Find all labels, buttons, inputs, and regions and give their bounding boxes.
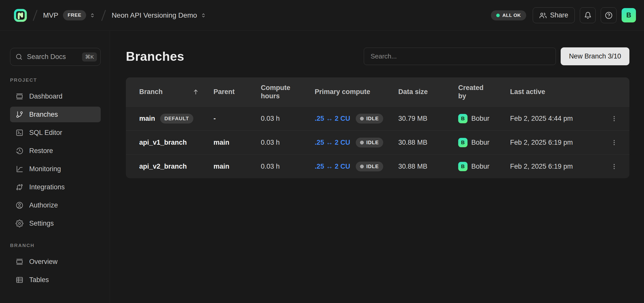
status-ok-dot-icon <box>496 14 500 17</box>
kebab-menu-icon <box>611 163 618 170</box>
column-header-data-size[interactable]: Data size <box>398 88 458 96</box>
column-header-last-active[interactable]: Last active <box>510 88 608 96</box>
idle-dot-icon <box>360 141 364 144</box>
share-button[interactable]: Share <box>533 7 575 23</box>
compute-size-link[interactable]: .25 ↔ 2 CU <box>315 115 350 123</box>
column-header-primary-compute[interactable]: Primary compute <box>315 88 398 96</box>
sidebar-item-restore[interactable]: Restore <box>10 143 101 159</box>
user-avatar[interactable]: B <box>622 8 636 22</box>
compute-size-link[interactable]: .25 ↔ 2 CU <box>315 163 350 170</box>
section-label-branch: BRANCH <box>10 243 101 248</box>
notifications-button[interactable] <box>580 7 596 23</box>
sidebar-item-integrations[interactable]: Integrations <box>10 179 101 195</box>
parent-cell: - <box>213 115 261 123</box>
table-header-row: Branch Parent Compute hours Primary comp… <box>126 77 629 106</box>
column-header-branch[interactable]: Branch <box>139 88 213 96</box>
share-label: Share <box>550 11 568 19</box>
compute-state-label: IDLE <box>366 140 379 145</box>
row-menu-button[interactable] <box>608 111 620 126</box>
branch-search-input[interactable] <box>364 48 556 65</box>
sidebar-item-label: SQL Editor <box>29 129 62 137</box>
row-menu-button[interactable] <box>608 159 620 174</box>
new-branch-button[interactable]: New Branch 3/10 <box>561 47 629 65</box>
data-size-cell: 30.88 MB <box>398 139 458 146</box>
branch-name: api_v1_branch <box>139 139 187 146</box>
creator-name: Bobur <box>471 115 489 123</box>
column-header-parent[interactable]: Parent <box>213 88 261 96</box>
data-size-cell: 30.79 MB <box>398 115 458 123</box>
column-header-compute-hours[interactable]: Compute hours <box>261 84 315 100</box>
branches-table: Branch Parent Compute hours Primary comp… <box>126 77 629 178</box>
sidebar-item-monitoring[interactable]: Monitoring <box>10 161 101 177</box>
table-icon <box>16 276 23 284</box>
sidebar-item-sql-editor[interactable]: SQL Editor <box>10 125 101 140</box>
neon-logo-icon[interactable] <box>14 9 27 22</box>
chart-icon <box>16 165 23 173</box>
creator-avatar: B <box>458 138 468 147</box>
sidebar-item-branches[interactable]: Branches <box>10 107 101 122</box>
compute-hours-cell: 0.03 h <box>261 163 315 170</box>
sidebar-item-tables[interactable]: Tables <box>10 272 101 288</box>
creator-avatar: B <box>458 162 468 171</box>
section-label-project: PROJECT <box>10 77 101 83</box>
row-menu-button[interactable] <box>608 135 620 150</box>
breadcrumb-separator <box>33 10 38 21</box>
project-name: Neon API Versioning Demo <box>112 11 197 19</box>
compute-state-label: IDLE <box>366 164 379 169</box>
branch-name: main <box>139 115 155 123</box>
org-name: MVP <box>43 11 58 19</box>
search-docs-input[interactable]: Search Docs ⌘K <box>10 48 101 66</box>
table-row[interactable]: main DEFAULT - 0.03 h .25 ↔ 2 CU IDLE 30… <box>126 106 629 130</box>
keyboard-shortcut-badge: ⌘K <box>82 52 97 62</box>
sidebar-item-label: Authorize <box>29 201 58 209</box>
window-icon <box>16 258 23 266</box>
sidebar-item-authorize[interactable]: Authorize <box>10 197 101 213</box>
header-actions: ALL OK Share <box>491 7 636 23</box>
column-header-created-by[interactable]: Created by <box>458 84 510 100</box>
sidebar-item-settings[interactable]: Settings <box>10 216 101 231</box>
sidebar-item-label: Overview <box>29 258 58 266</box>
chevron-up-down-icon[interactable] <box>89 12 96 19</box>
sidebar-item-label: Monitoring <box>29 165 61 173</box>
breadcrumb-separator <box>101 10 106 21</box>
page-toolbar: Branches New Branch 3/10 <box>126 47 629 66</box>
creator-name: Bobur <box>471 139 489 146</box>
idle-dot-icon <box>360 117 364 120</box>
help-circle-icon <box>605 12 613 19</box>
main-content: Branches New Branch 3/10 Branch Parent C… <box>110 31 644 303</box>
sidebar-item-label: Branches <box>29 111 58 118</box>
users-icon <box>539 12 547 19</box>
compute-hours-cell: 0.03 h <box>261 139 315 146</box>
compute-state-badge: IDLE <box>356 114 383 124</box>
last-active-cell: Feb 2, 2025 4:44 pm <box>510 115 608 123</box>
default-badge: DEFAULT <box>160 114 193 124</box>
compute-state-label: IDLE <box>366 116 379 122</box>
plan-badge: FREE <box>63 10 86 20</box>
table-row[interactable]: api_v2_branch main 0.03 h .25 ↔ 2 CU IDL… <box>126 154 629 178</box>
branch-cell: main DEFAULT <box>139 114 213 124</box>
compute-hours-cell: 0.03 h <box>261 115 315 123</box>
last-active-cell: Feb 2, 2025 6:19 pm <box>510 163 608 170</box>
compute-state-badge: IDLE <box>356 162 383 171</box>
created-by-cell: B Bobur <box>458 162 510 171</box>
status-badge[interactable]: ALL OK <box>491 10 526 20</box>
git-compare-icon <box>16 183 23 191</box>
breadcrumb-org[interactable]: MVP FREE <box>43 10 96 20</box>
sidebar: Search Docs ⌘K PROJECT Dashboard Branche… <box>0 31 110 303</box>
table-row[interactable]: api_v1_branch main 0.03 h .25 ↔ 2 CU IDL… <box>126 130 629 154</box>
search-docs-placeholder: Search Docs <box>27 53 78 61</box>
help-button[interactable] <box>601 7 617 23</box>
sort-ascending-icon[interactable] <box>192 88 199 95</box>
last-active-cell: Feb 2, 2025 6:19 pm <box>510 139 608 146</box>
sidebar-item-dashboard[interactable]: Dashboard <box>10 88 101 104</box>
sidebar-item-label: Restore <box>29 147 53 155</box>
terminal-icon <box>16 129 23 137</box>
chevron-up-down-icon[interactable] <box>200 12 207 19</box>
breadcrumb-project[interactable]: Neon API Versioning Demo <box>112 11 206 19</box>
branch-cell: api_v2_branch <box>139 163 213 170</box>
sidebar-item-overview[interactable]: Overview <box>10 254 101 269</box>
search-icon <box>15 53 23 60</box>
idle-dot-icon <box>360 165 364 168</box>
primary-compute-cell: .25 ↔ 2 CU IDLE <box>315 162 398 171</box>
compute-size-link[interactable]: .25 ↔ 2 CU <box>315 139 350 146</box>
